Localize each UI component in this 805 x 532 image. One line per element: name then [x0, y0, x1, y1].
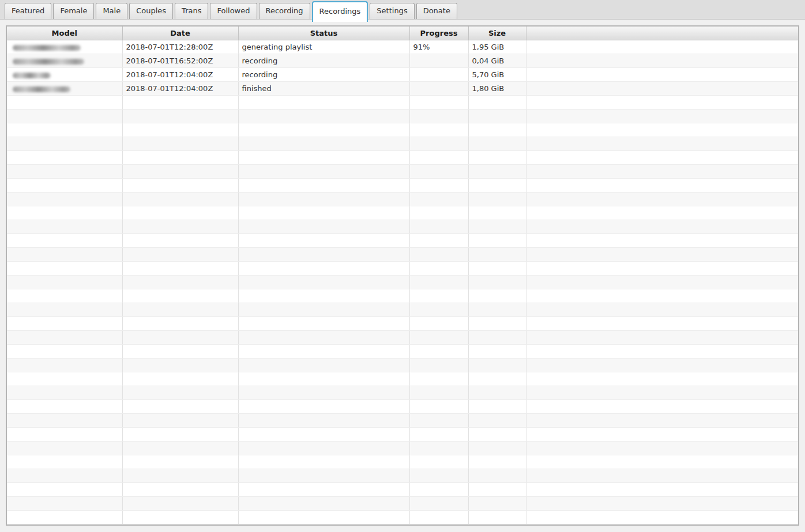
empty-cell — [7, 137, 122, 151]
empty-table-row[interactable] — [7, 220, 798, 234]
empty-table-row[interactable] — [7, 511, 798, 525]
empty-cell — [238, 179, 409, 193]
empty-table-row[interactable] — [7, 206, 798, 220]
empty-table-row[interactable] — [7, 359, 798, 372]
tab-female[interactable]: Female — [53, 3, 94, 19]
tab-settings[interactable]: Settings — [370, 3, 414, 19]
table-header-row: Model Date Status Progress Size — [7, 27, 798, 40]
empty-table-row[interactable] — [7, 400, 798, 414]
empty-cell — [238, 359, 409, 372]
empty-table-row[interactable] — [7, 372, 798, 386]
empty-cell — [526, 137, 798, 151]
empty-cell — [238, 317, 409, 331]
tab-male[interactable]: Male — [96, 3, 127, 19]
empty-cell — [468, 276, 526, 289]
empty-table-row[interactable] — [7, 414, 798, 428]
empty-cell — [238, 248, 409, 262]
empty-table-row[interactable] — [7, 497, 798, 511]
empty-cell — [409, 455, 468, 469]
empty-table-row[interactable] — [7, 428, 798, 442]
empty-cell — [468, 234, 526, 248]
empty-table-row[interactable] — [7, 262, 798, 276]
empty-cell — [409, 442, 468, 455]
column-header-status[interactable]: Status — [238, 27, 409, 40]
column-header-progress[interactable]: Progress — [409, 27, 468, 40]
window-bottom-strip — [0, 526, 805, 532]
column-header-date[interactable]: Date — [122, 27, 238, 40]
empty-cell — [526, 262, 798, 276]
empty-table-row[interactable] — [7, 123, 798, 137]
empty-cell — [122, 123, 238, 137]
empty-cell — [122, 179, 238, 193]
empty-table-row[interactable] — [7, 455, 798, 469]
tab-couples[interactable]: Couples — [129, 3, 173, 19]
empty-cell — [122, 414, 238, 428]
progress-cell: 91% — [409, 40, 468, 54]
table-row[interactable]: 2018-07-01T12:04:00Zrecording5,70 GiB — [7, 68, 798, 82]
empty-cell — [7, 234, 122, 248]
empty-table-row[interactable] — [7, 317, 798, 331]
filler-cell — [526, 54, 798, 68]
empty-table-row[interactable] — [7, 110, 798, 123]
empty-cell — [409, 359, 468, 372]
empty-cell — [238, 497, 409, 511]
empty-cell — [7, 414, 122, 428]
empty-table-row[interactable] — [7, 483, 798, 497]
recordings-panel: Model Date Status Progress Size 2018-07-… — [6, 25, 799, 526]
redacted-model-name — [13, 86, 70, 92]
empty-cell — [238, 262, 409, 276]
empty-cell — [468, 206, 526, 220]
table-row[interactable]: 2018-07-01T12:28:00Zgenerating playlist9… — [7, 40, 798, 54]
empty-table-row[interactable] — [7, 151, 798, 165]
empty-cell — [409, 110, 468, 123]
empty-cell — [122, 497, 238, 511]
empty-table-row[interactable] — [7, 96, 798, 110]
empty-table-row[interactable] — [7, 248, 798, 262]
empty-table-row[interactable] — [7, 331, 798, 345]
empty-cell — [526, 483, 798, 497]
recordings-table-body: 2018-07-01T12:28:00Zgenerating playlist9… — [7, 40, 798, 525]
empty-cell — [526, 386, 798, 400]
empty-table-row[interactable] — [7, 386, 798, 400]
tab-trans[interactable]: Trans — [175, 3, 208, 19]
empty-cell — [7, 206, 122, 220]
empty-table-row[interactable] — [7, 303, 798, 317]
empty-table-row[interactable] — [7, 179, 798, 193]
empty-cell — [409, 179, 468, 193]
empty-table-row[interactable] — [7, 289, 798, 303]
tab-donate[interactable]: Donate — [416, 3, 457, 19]
tab-recording[interactable]: Recording — [259, 3, 310, 19]
table-row[interactable]: 2018-07-01T12:04:00Zfinished1,80 GiB — [7, 82, 798, 96]
filler-cell — [526, 40, 798, 54]
empty-cell — [409, 497, 468, 511]
tab-followed[interactable]: Followed — [210, 3, 257, 19]
empty-cell — [526, 123, 798, 137]
tab-bar: FeaturedFemaleMaleCouplesTransFollowedRe… — [0, 0, 805, 20]
empty-cell — [238, 469, 409, 483]
empty-cell — [526, 151, 798, 165]
empty-table-row[interactable] — [7, 193, 798, 206]
tab-recordings[interactable]: Recordings — [312, 1, 368, 22]
tab-featured[interactable]: Featured — [5, 3, 51, 19]
empty-cell — [468, 137, 526, 151]
column-header-model[interactable]: Model — [7, 27, 122, 40]
empty-table-row[interactable] — [7, 137, 798, 151]
empty-cell — [526, 165, 798, 179]
empty-cell — [122, 96, 238, 110]
empty-cell — [122, 206, 238, 220]
empty-table-row[interactable] — [7, 165, 798, 179]
size-cell: 1,80 GiB — [468, 82, 526, 96]
empty-table-row[interactable] — [7, 345, 798, 359]
empty-cell — [7, 428, 122, 442]
empty-cell — [526, 206, 798, 220]
empty-table-row[interactable] — [7, 469, 798, 483]
table-row[interactable]: 2018-07-01T16:52:00Zrecording0,04 GiB — [7, 54, 798, 68]
empty-cell — [468, 262, 526, 276]
empty-cell — [526, 331, 798, 345]
column-header-size[interactable]: Size — [468, 27, 526, 40]
empty-table-row[interactable] — [7, 276, 798, 289]
empty-cell — [526, 179, 798, 193]
progress-cell — [409, 82, 468, 96]
empty-table-row[interactable] — [7, 442, 798, 455]
empty-table-row[interactable] — [7, 234, 798, 248]
